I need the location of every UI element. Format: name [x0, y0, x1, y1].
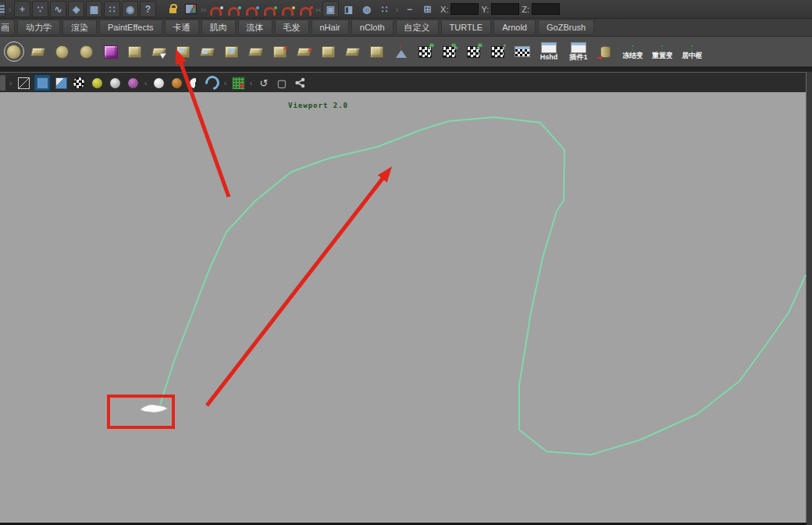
poly-sphere-2-icon[interactable] — [76, 39, 97, 64]
grid-paint-icon[interactable] — [230, 75, 246, 91]
menu-tab[interactable]: Arnold — [493, 20, 536, 35]
snap-to-point-icon[interactable] — [244, 1, 260, 17]
menu-tab[interactable]: TURTLE — [441, 20, 492, 35]
plane-select-cursor-icon[interactable] — [148, 39, 169, 64]
purple-cube-icon[interactable] — [100, 39, 121, 64]
rendering-mask-icon[interactable]: ◉ — [122, 1, 138, 17]
render-view-icon[interactable]: ▣ — [322, 1, 339, 17]
planes-red-mark-icon[interactable]: x — [294, 39, 315, 64]
cube-blue-face-icon[interactable] — [173, 39, 194, 64]
checker-window-icon[interactable] — [511, 39, 532, 64]
render-frame-icon[interactable]: ◨ — [340, 1, 357, 17]
hypershade-label: Hshd — [540, 53, 558, 61]
cube-blue-triangle-icon[interactable] — [221, 39, 242, 64]
lock-selection-icon[interactable] — [165, 1, 181, 17]
menu-tab[interactable]: 渲染 — [62, 20, 97, 35]
poly-sphere-icon[interactable] — [52, 39, 73, 64]
snap-to-projected-center-icon[interactable] — [262, 1, 278, 17]
menu-tab[interactable]: 自定义 — [396, 20, 439, 35]
snap-to-grid-icon[interactable] — [208, 1, 224, 17]
fold-planes-icon[interactable] — [197, 39, 218, 64]
lattice-mask-icon[interactable]: ▦ — [86, 1, 102, 17]
smooth-shade-cube-icon[interactable] — [34, 74, 51, 91]
y-label: Y: — [481, 5, 489, 14]
viewport-right-edge — [806, 72, 812, 525]
menu-tab[interactable]: nCloth — [351, 20, 394, 35]
isolate-select-icon[interactable]: ▢ — [274, 75, 290, 91]
collapse-icon[interactable]: − — [401, 1, 418, 17]
panel-partial-icon[interactable] — [0, 75, 5, 91]
snap-to-curve-icon[interactable] — [226, 1, 242, 17]
menu-tab-partial[interactable]: 画 — [0, 20, 15, 35]
render-settings-icon[interactable]: ∷ — [376, 1, 393, 17]
particle-mask-icon[interactable]: ∷ — [104, 1, 120, 17]
combine-cubes-icon[interactable] — [318, 39, 339, 64]
barrel-export-icon[interactable] — [595, 39, 616, 64]
menu-tab[interactable]: 流体 — [238, 20, 272, 35]
selected-sphere-tool-icon[interactable] — [3, 39, 24, 64]
menu-tab[interactable]: 毛发 — [275, 20, 309, 35]
merge-cubes-icon[interactable] — [366, 39, 387, 64]
cube-red-mark-icon[interactable]: x — [269, 39, 290, 64]
two-sided-icon[interactable] — [187, 75, 202, 91]
snap-to-view-plane-icon[interactable] — [297, 1, 314, 17]
ipr-render-icon[interactable]: ◍ — [358, 1, 375, 17]
status-line: ☰ › + ∵ ∿ ◈ ▦ ∷ ◉ ? ›‹ ›‹ ▣ ◨ ◍ ∷ › − ⊞ … — [0, 0, 812, 19]
hierarchy-mask-icon[interactable]: ∵ — [32, 1, 48, 17]
separator: › — [7, 5, 12, 14]
bevel-cube-icon[interactable] — [124, 39, 145, 64]
menu-tab[interactable]: nHair — [312, 20, 349, 35]
quick-layout-icon[interactable]: ⊞ — [419, 1, 436, 17]
cone-red-arrow-icon[interactable] — [390, 39, 411, 64]
hypershade-window-icon[interactable]: Hshd — [536, 39, 562, 64]
y-input[interactable] — [491, 3, 519, 15]
menu-tab[interactable]: 动力学 — [17, 20, 60, 35]
share-nodes-icon[interactable] — [292, 75, 308, 91]
x-input[interactable] — [451, 3, 479, 15]
separate-planes-icon[interactable] — [342, 39, 363, 64]
menu-tab[interactable]: 肌肉 — [201, 20, 236, 35]
shelf-tab-bar: 画 动力学渲染PaintEffects卡通肌肉流体毛发nHairnCloth自定… — [0, 19, 812, 37]
panel-partial-icon[interactable]: ☰ — [0, 1, 5, 17]
help-icon[interactable]: ? — [140, 1, 156, 17]
make-live-icon[interactable] — [280, 1, 296, 17]
checker-flag-3-icon[interactable]: ↗ — [463, 39, 484, 64]
textured-cube-icon[interactable] — [53, 75, 69, 91]
move-tool-icon[interactable]: + — [14, 1, 30, 17]
wireframe-cube-icon[interactable] — [16, 75, 31, 91]
plugin-label: 插件1 — [569, 53, 587, 61]
plugin-window-icon[interactable]: 插件1 — [565, 39, 592, 64]
menu-tab[interactable]: GoZBrush — [538, 20, 594, 35]
viewport-canvas[interactable] — [0, 92, 807, 523]
menu-tab[interactable]: 卡通 — [165, 20, 199, 35]
gray-material-icon[interactable] — [107, 75, 123, 91]
blue-torus-icon[interactable] — [205, 75, 220, 91]
orange-material-icon[interactable] — [169, 75, 184, 91]
poly-cubes-popup-icon[interactable] — [27, 39, 48, 64]
light-sphere-icon[interactable] — [151, 75, 166, 91]
surface-mask-icon[interactable]: ◈ — [68, 1, 84, 17]
separator: ‹ — [223, 78, 228, 88]
shelf: x x ↗ ↖ ↗ ↑ Hshd 插件1 ↑冻结变 ↑重置变 ↑居中枢 — [0, 37, 812, 67]
checker-ball-icon[interactable] — [71, 75, 87, 91]
highlight-selection-icon[interactable] — [183, 1, 199, 17]
z-input[interactable] — [532, 3, 560, 15]
freeze-transform-icon[interactable]: ↑冻结变 — [619, 39, 646, 64]
center-label: 居中枢 — [682, 52, 702, 59]
coordinate-fields: X: Y: Z: — [440, 3, 560, 15]
separator: ›‹ — [201, 5, 206, 14]
undo-view-icon[interactable]: ↺ — [256, 75, 272, 91]
renderer-label: Viewport 2.0 — [288, 102, 348, 109]
menu-tab[interactable]: PaintEffects — [99, 20, 162, 35]
separator: ›‹ — [315, 5, 321, 14]
double-planes-icon[interactable] — [245, 39, 266, 64]
checker-flag-1-icon[interactable]: ↗ — [415, 39, 436, 64]
reset-transform-icon[interactable]: ↑重置变 — [649, 39, 675, 64]
curve-mask-icon[interactable]: ∿ — [50, 1, 66, 17]
purple-material-icon[interactable] — [125, 75, 141, 91]
yellow-material-icon[interactable] — [89, 75, 105, 91]
separator: ‹ — [143, 78, 148, 88]
checker-flag-2-icon[interactable]: ↖ — [439, 39, 460, 64]
center-pivot-icon[interactable]: ↑居中枢 — [678, 39, 705, 64]
checker-crown-icon[interactable]: ↑ — [487, 39, 508, 64]
